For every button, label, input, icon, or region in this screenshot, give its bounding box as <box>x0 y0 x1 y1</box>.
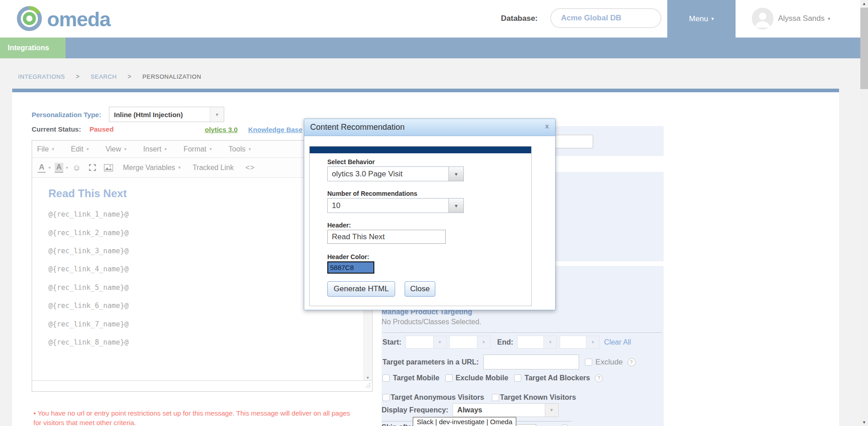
editor-menu-format[interactable]: Format▾ <box>184 145 212 153</box>
chevron-down-icon: ▾ <box>52 147 54 151</box>
divider <box>382 332 662 333</box>
editor-menu-insert[interactable]: Insert▾ <box>143 145 167 153</box>
chevron-down-icon[interactable]: ▾ <box>48 165 51 170</box>
personalization-type-select[interactable]: Inline (Html Injection) ▾ <box>109 107 224 122</box>
dialog-header[interactable]: Content Recommendation x <box>304 119 555 136</box>
breadcrumb-separator-icon: > <box>127 73 132 80</box>
editor-menu-view[interactable]: View▾ <box>105 145 126 153</box>
user-menu[interactable]: Alyssa Sands ▾ <box>778 14 830 23</box>
omeda-logo-text: omeda <box>47 5 110 33</box>
page-scrollbar[interactable]: ▲ ▼ <box>860 0 868 426</box>
editor-menu-file[interactable]: File▾ <box>37 145 54 153</box>
select-behavior-select[interactable]: olytics 3.0 Page Visit ▾ <box>327 166 464 181</box>
end-date-select[interactable]: ▾ <box>517 336 557 349</box>
olytics-link[interactable]: olytics 3.0 <box>205 126 238 133</box>
chevron-down-icon: ▾ <box>178 165 181 170</box>
breadcrumb-search[interactable]: SEARCH <box>91 73 117 80</box>
chevron-down-icon[interactable]: ▾ <box>545 404 558 417</box>
device-targeting-row: Target Mobile Exclude Mobile Target Ad B… <box>382 374 603 383</box>
editor-merge-line: @{rec_link_6_name}@ <box>48 297 133 315</box>
visitor-targeting-row: Target Anonymous Visitors Target Known V… <box>382 393 576 402</box>
display-frequency-select[interactable]: Always ▾ <box>453 403 559 417</box>
editor-menu-edit[interactable]: Edit▾ <box>71 145 89 153</box>
target-known-label: Target Known Visitors <box>500 393 576 402</box>
end-time-select[interactable]: ▾ <box>560 336 599 349</box>
content-recommendation-dialog: Content Recommendation x Select Behavior… <box>304 118 556 310</box>
chevron-down-icon[interactable]: ▾ <box>66 165 68 170</box>
scroll-down-icon[interactable]: ▼ <box>364 376 372 380</box>
source-code-icon[interactable]: <> <box>245 164 255 172</box>
start-date-select[interactable]: ▾ <box>406 336 447 349</box>
menu-button[interactable]: Menu ▾ <box>667 0 736 38</box>
header-color-input[interactable]: 5887C8 <box>327 261 374 274</box>
chevron-down-icon[interactable]: ▾ <box>448 199 463 213</box>
editor-merge-line: @{rec_link_2_name}@ <box>48 223 133 241</box>
knowledge-base-link[interactable]: Knowledge Base <box>248 126 302 133</box>
editor-merge-line: @{rec_link_7_name}@ <box>48 315 133 333</box>
start-time-select[interactable]: ▾ <box>449 336 491 349</box>
exclude-mobile-checkbox[interactable] <box>445 374 453 382</box>
section-divider <box>12 89 839 92</box>
chevron-down-icon[interactable]: ▾ <box>210 107 224 122</box>
personalization-type-label: Personalization Type: <box>32 111 101 118</box>
target-ad-blockers-checkbox[interactable] <box>514 374 521 382</box>
nav-bar <box>0 38 860 58</box>
status-badge: Paused <box>90 125 113 133</box>
target-anonymous-checkbox[interactable] <box>382 394 390 401</box>
menu-button-label: Menu <box>689 14 708 24</box>
header-text-input[interactable] <box>327 230 446 244</box>
select-behavior-label: Select Behavior <box>327 158 375 166</box>
fullscreen-icon[interactable] <box>88 163 97 172</box>
exclude-label: Exclude <box>595 358 623 367</box>
editor-merge-line: @{rec_link_5_name}@ <box>48 279 133 297</box>
no-products-text: No Products/Classes Selected. <box>382 318 481 326</box>
end-label: End: <box>497 338 514 346</box>
omeda-logo-icon <box>15 5 43 34</box>
avatar[interactable] <box>752 8 774 29</box>
close-button[interactable]: Close <box>405 281 435 297</box>
clear-all-link[interactable]: Clear All <box>604 338 631 346</box>
generate-html-button[interactable]: Generate HTML <box>327 281 395 297</box>
exclude-checkbox[interactable] <box>585 359 592 366</box>
scroll-up-icon[interactable]: ▲ <box>860 1 868 6</box>
resize-grip-icon[interactable] <box>365 382 371 390</box>
chevron-down-icon: ▾ <box>828 16 830 21</box>
background-color-icon[interactable]: A <box>55 163 63 173</box>
target-mobile-checkbox[interactable] <box>382 374 390 382</box>
chevron-down-icon[interactable]: ▾ <box>448 167 463 181</box>
page-scrollbar-thumb[interactable] <box>860 8 868 89</box>
dialog-form-panel: Select Behavior olytics 3.0 Page Visit ▾… <box>309 146 532 306</box>
header-text-label: Header: <box>327 222 351 229</box>
chevron-down-icon: ▾ <box>249 147 251 151</box>
tab-integrations[interactable]: Integrations <box>0 38 66 58</box>
chevron-down-icon[interactable]: ▾ <box>433 336 446 348</box>
chevron-down-icon[interactable]: ▾ <box>543 336 557 348</box>
merge-variables-button[interactable]: Merge Variables ▾ <box>123 164 181 172</box>
target-anonymous-label: Target Anonymous Visitors <box>391 393 484 402</box>
help-icon[interactable]: ? <box>595 374 603 382</box>
display-frequency-row: Display Frequency: Always ▾ <box>382 403 559 417</box>
database-value: Acme Global DB <box>551 9 660 27</box>
close-icon[interactable]: x <box>545 122 549 130</box>
insert-image-icon[interactable] <box>104 164 113 171</box>
database-input[interactable]: Acme Global DB <box>550 8 661 28</box>
help-icon[interactable]: ? <box>627 358 636 366</box>
targeting-top-input[interactable] <box>550 135 593 148</box>
emoticon-icon[interactable]: ☺ <box>72 163 81 173</box>
chevron-down-icon: ▾ <box>165 147 167 151</box>
recommendation-count-value: 10 <box>328 201 340 210</box>
url-parameters-input[interactable] <box>483 355 579 369</box>
breadcrumb-integrations[interactable]: INTEGRATIONS <box>18 73 65 80</box>
editor-menu-tools[interactable]: Tools▾ <box>229 145 251 153</box>
recommendation-count-select[interactable]: 10 ▾ <box>327 198 464 213</box>
target-known-checkbox[interactable] <box>492 394 499 401</box>
chevron-down-icon[interactable]: ▾ <box>586 336 599 348</box>
font-color-icon[interactable]: A <box>38 163 46 173</box>
scroll-down-icon[interactable]: ▼ <box>860 420 868 425</box>
editor-merge-line: @{rec_link_3_name}@ <box>48 242 133 260</box>
breadcrumb: INTEGRATIONS > SEARCH > PERSONALIZATION <box>18 73 201 80</box>
editor-merge-line: @{rec_link_8_name}@ <box>48 333 133 351</box>
chevron-down-icon[interactable]: ▾ <box>477 336 490 348</box>
current-status-label: Current Status: <box>32 125 81 133</box>
tracked-link-button[interactable]: Tracked Link <box>193 164 234 172</box>
